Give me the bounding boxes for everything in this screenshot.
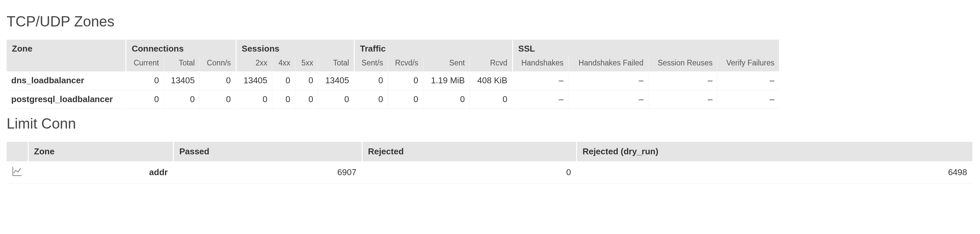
cell: – [648, 71, 718, 90]
col-zone[interactable]: Zone [29, 142, 173, 161]
cell: 0 [423, 90, 469, 108]
cell: 0 [126, 71, 164, 90]
col-zone[interactable]: Zone [6, 40, 126, 71]
cell: 0 [272, 90, 295, 108]
col-sreuses[interactable]: Session Reuses [648, 56, 718, 71]
cell: – [648, 90, 718, 108]
col-current[interactable]: Current [126, 56, 164, 71]
col-2xx[interactable]: 2xx [236, 56, 272, 71]
col-4xx[interactable]: 4xx [272, 56, 295, 71]
cell: 408 KiB [469, 71, 512, 90]
col-handshakes[interactable]: Handshakes [512, 56, 568, 71]
cell: 0 [362, 161, 577, 184]
colgroup-traffic: Traffic [354, 40, 512, 56]
cell: 0 [354, 90, 388, 108]
zone-name: addr [29, 161, 173, 184]
cell: 0 [469, 90, 512, 108]
col-rejected-dry[interactable]: Rejected (dry_run) [577, 142, 973, 161]
col-sentps[interactable]: Sent/s [354, 56, 388, 71]
cell: 0 [164, 90, 200, 108]
col-5xx[interactable]: 5xx [295, 56, 318, 71]
col-sent[interactable]: Sent [423, 56, 469, 71]
cell: 0 [295, 71, 318, 90]
colgroup-sessions: Sessions [236, 40, 354, 56]
limit-title: Limit Conn [6, 115, 974, 132]
cell: 0 [272, 71, 295, 90]
cell: – [512, 90, 568, 108]
limit-table: Zone Passed Rejected Rejected (dry_run) … [6, 142, 974, 184]
colgroup-connections: Connections [126, 40, 236, 56]
cell: 0 [388, 90, 423, 108]
table-row[interactable]: addr 6907 0 6498 [6, 161, 973, 184]
zone-name: dns_loadbalancer [6, 71, 126, 90]
cell: 0 [318, 90, 355, 108]
col-sess-total[interactable]: Total [318, 56, 355, 71]
table-row[interactable]: dns_loadbalancer 0 13405 0 13405 0 0 134… [6, 71, 780, 90]
col-vfail[interactable]: Verify Failures [718, 56, 780, 71]
col-rejected[interactable]: Rejected [362, 142, 577, 161]
col-rcvd[interactable]: Rcvd [469, 56, 512, 71]
col-chart [6, 142, 29, 161]
cell: 13405 [236, 71, 272, 90]
table-row[interactable]: postgresql_loadbalancer 0 0 0 0 0 0 0 0 … [6, 90, 780, 108]
cell: 13405 [164, 71, 200, 90]
cell: – [568, 71, 648, 90]
cell: 0 [236, 90, 272, 108]
chart-icon [12, 168, 22, 178]
zones-table: Zone Connections Sessions Traffic SSL Cu… [6, 40, 780, 109]
col-rcvdps[interactable]: Rcvd/s [388, 56, 423, 71]
colgroup-ssl: SSL [512, 40, 780, 56]
col-total[interactable]: Total [164, 56, 200, 71]
col-hfailed[interactable]: Handshakes Failed [568, 56, 648, 71]
chart-button[interactable] [6, 161, 29, 184]
col-connps[interactable]: Conn/s [200, 56, 236, 71]
cell: 0 [295, 90, 318, 108]
zone-name: postgresql_loadbalancer [6, 90, 126, 108]
cell: 6907 [173, 161, 362, 184]
col-passed[interactable]: Passed [173, 142, 362, 161]
cell: 6498 [577, 161, 973, 184]
zones-title: TCP/UDP Zones [6, 13, 974, 30]
cell: 0 [354, 71, 388, 90]
cell: 13405 [318, 71, 355, 90]
cell: 1.19 MiB [423, 71, 469, 90]
cell: – [718, 90, 780, 108]
cell: 0 [126, 90, 164, 108]
cell: 0 [200, 90, 236, 108]
cell: 0 [388, 71, 423, 90]
cell: – [718, 71, 780, 90]
cell: – [512, 71, 568, 90]
cell: 0 [200, 71, 236, 90]
cell: – [568, 90, 648, 108]
